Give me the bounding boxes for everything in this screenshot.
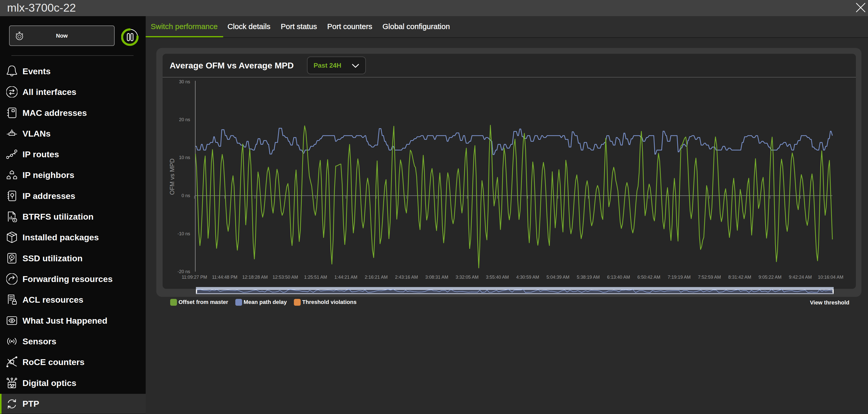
svg-text:10:16:04 AM: 10:16:04 AM [818,275,843,280]
svg-text:12:53:50 AM: 12:53:50 AM [272,275,298,280]
svg-text:-20 ns: -20 ns [178,269,190,274]
svg-text:1:25:51 AM: 1:25:51 AM [304,275,327,280]
svg-text:3:55:40 AM: 3:55:40 AM [486,275,509,280]
svg-text:5:04:39 AM: 5:04:39 AM [546,275,569,280]
svg-text:2:16:21 AM: 2:16:21 AM [365,275,388,280]
svg-text:6:13:40 AM: 6:13:40 AM [607,275,630,280]
svg-text:7:52:59 AM: 7:52:59 AM [698,275,721,280]
svg-text:20 ns: 20 ns [179,117,190,122]
svg-text:8:31:42 AM: 8:31:42 AM [728,275,751,280]
svg-text:5:38:19 AM: 5:38:19 AM [577,275,600,280]
svg-text:2:43:16 AM: 2:43:16 AM [395,275,418,280]
svg-text:9:42:24 AM: 9:42:24 AM [789,275,812,280]
svg-text:3:32:05 AM: 3:32:05 AM [456,275,478,280]
svg-text:-10 ns: -10 ns [178,231,190,236]
svg-text:11:09:27 PM: 11:09:27 PM [182,275,207,280]
svg-text:30 ns: 30 ns [179,79,190,84]
svg-text:12:18:28 AM: 12:18:28 AM [242,275,268,280]
svg-text:3:08:31 AM: 3:08:31 AM [425,275,448,280]
svg-text:4:30:59 AM: 4:30:59 AM [516,275,539,280]
svg-text:11:44:48 PM: 11:44:48 PM [212,275,238,280]
svg-text:OFM vs MPD: OFM vs MPD [169,159,176,195]
svg-text:7:19:19 AM: 7:19:19 AM [668,275,690,280]
svg-text:0 ns: 0 ns [182,193,190,198]
svg-text:10 ns: 10 ns [179,155,190,160]
svg-text:6:50:42 AM: 6:50:42 AM [637,275,660,280]
svg-text:1:44:21 AM: 1:44:21 AM [334,275,357,280]
svg-text:9:05:22 AM: 9:05:22 AM [758,275,781,280]
